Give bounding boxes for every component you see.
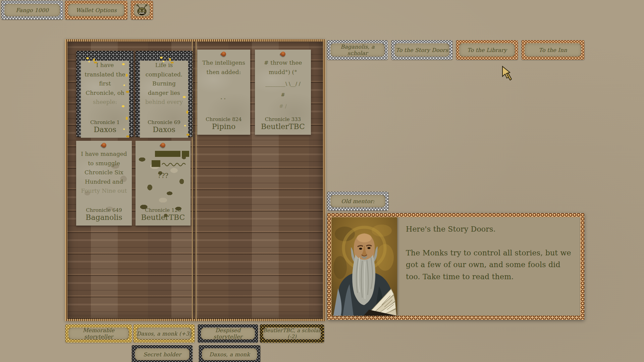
ascii-art-line: #: [255, 91, 311, 99]
nav-item-library[interactable]: To the Library: [456, 40, 518, 60]
unknown-text: ???: [136, 172, 191, 180]
chronicle-card-2[interactable]: Life is complicated. Burning danger lies…: [136, 51, 193, 137]
nav-item-inn-label: To the Inn: [525, 43, 581, 57]
trait-button-daxos-monk[interactable]: Daxos, a monk: [199, 345, 260, 362]
card-footer: Chronicle 333 BeutlerTBC: [255, 117, 311, 131]
chronicle-card-5[interactable]: I have managed to smuggle Chronicle Six …: [76, 141, 132, 226]
mentor-dialog-panel: Here's the Story Doors. The Monks try to…: [331, 217, 580, 316]
dialog-paragraph: Here's the Story Doors.: [406, 223, 572, 235]
redaction-bar: [182, 151, 189, 157]
card-text: # throw thee mudd°) (°: [256, 58, 310, 77]
trait-label: Despised storyteller: [201, 327, 255, 340]
trait-button-secret-holder[interactable]: Secret holder: [132, 345, 193, 362]
shelf-divider: [192, 42, 197, 319]
chronicle-card-6[interactable]: ??? Chronicle 120 BeutlerTBC: [136, 141, 191, 226]
chronicle-number: Chronicle 824: [197, 117, 250, 122]
trait-label: BeutlerTBC, a scholar (-2): [263, 327, 321, 340]
author-name: Pipino: [197, 122, 250, 131]
wallet-options-label: Wallet Options: [68, 4, 124, 16]
card-face: I have translated the first Chronicle, o…: [81, 61, 129, 138]
card-face: Life is complicated. Burning danger lies…: [140, 61, 188, 138]
game-screen: Fango 1000 Wallet Options Baganolis, a s…: [0, 0, 644, 362]
pushpin-icon: [220, 51, 227, 57]
mentor-dialog-text: Here's the Story Doors. The Monks try to…: [406, 223, 572, 295]
nav-item-baganolis-label: Baganolis, a scholar: [330, 43, 385, 57]
trait-button-daxos-monk-plus3[interactable]: Daxos, a monk (+3): [133, 324, 195, 343]
card-text: I have managed to smuggle Chronicle Six …: [77, 149, 130, 196]
ascii-art-line: # /: [255, 103, 311, 110]
card-text: The intelligens then added:: [199, 58, 249, 77]
card-text: Life is complicated. Burning danger lies…: [141, 61, 187, 107]
squiggle-line: [162, 162, 188, 166]
trait-label: Daxos, a monk: [202, 348, 257, 360]
chronicle-number: Chronicle 333: [255, 117, 311, 122]
money-button[interactable]: Fango 1000: [1, 1, 63, 19]
pushpin-icon: [101, 142, 107, 148]
imp-button[interactable]: [131, 1, 153, 19]
imp-face-icon: [134, 4, 150, 16]
redaction-bar: [152, 160, 160, 167]
pushpin-icon: [160, 142, 166, 148]
nav-item-story-doors[interactable]: To the Story Doors: [391, 40, 452, 60]
trait-button-memorable-storyteller[interactable]: Memorable storyteller: [65, 324, 132, 343]
ascii-art-line: ________\ \__/ /: [255, 80, 311, 88]
mentor-name-button[interactable]: Old mentor:: [327, 192, 388, 210]
chronicle-card-4[interactable]: # throw thee mudd°) (° ________\ \__/ / …: [255, 50, 311, 135]
chronicle-card-1[interactable]: I have translated the first Chronicle, o…: [76, 51, 133, 137]
wallet-options-button[interactable]: Wallet Options: [65, 1, 127, 19]
nav-item-inn[interactable]: To the Inn: [522, 40, 584, 60]
card-footer: Chronicle 69 Daxos: [140, 120, 188, 134]
trait-button-beutlertbc-scholar-minus2[interactable]: BeutlerTBC, a scholar (-2): [260, 324, 324, 343]
card-footer: Chronicle 120 BeutlerTBC: [136, 207, 191, 222]
trait-label: Daxos, a monk (+3): [137, 327, 192, 340]
chronicle-number: Chronicle 649: [76, 207, 132, 213]
card-footer: Chronicle 1 Daxos: [81, 120, 129, 134]
author-name: Daxos: [140, 125, 188, 134]
author-name: BeutlerTBC: [136, 213, 191, 222]
pushpin-icon: [280, 51, 286, 57]
nav-item-baganolis[interactable]: Baganolis, a scholar: [327, 40, 388, 60]
chronicle-number: Chronicle 120: [136, 207, 191, 213]
trait-label: Secret holder: [135, 348, 190, 360]
card-footer: Chronicle 649 Baganolis: [76, 207, 132, 222]
trait-label: Memorable storyteller: [68, 327, 129, 340]
chronicle-card-3[interactable]: The intelligens then added: .. Chronicle…: [197, 50, 250, 135]
dialog-paragraph: The Monks try to control all stories, bu…: [406, 247, 572, 283]
mouse-cursor-icon: [501, 66, 514, 82]
redaction-bar: [155, 151, 180, 157]
author-name: Baganolis: [76, 213, 132, 222]
card-footer: Chronicle 824 Pipino: [197, 117, 250, 131]
mentor-dialog: Here's the Story Doors. The Monks try to…: [327, 213, 584, 320]
card-text: I have translated the first Chronicle, o…: [82, 61, 128, 107]
nav-item-story-doors-label: To the Story Doors: [394, 43, 449, 57]
card-dots: ..: [197, 93, 250, 101]
author-name: Daxos: [81, 125, 129, 134]
mentor-portrait-image: [331, 217, 397, 316]
author-name: BeutlerTBC: [255, 122, 311, 131]
chronicle-number: Chronicle 1: [81, 120, 129, 125]
trait-button-despised-storyteller[interactable]: Despised storyteller: [198, 324, 258, 343]
mentor-name-label: Old mentor:: [330, 195, 385, 207]
money-label: Fango 1000: [4, 4, 60, 16]
nav-item-library-label: To the Library: [459, 43, 515, 57]
chronicle-number: Chronicle 69: [140, 120, 188, 125]
